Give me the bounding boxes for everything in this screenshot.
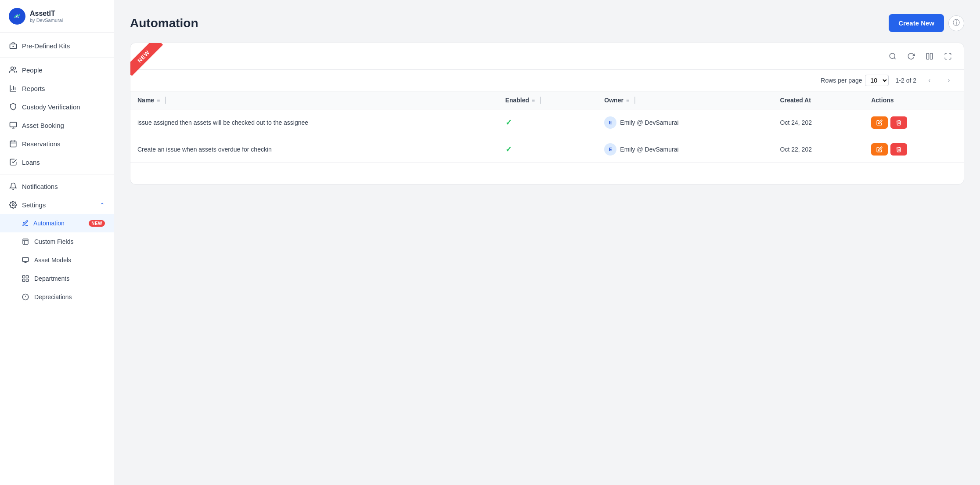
svg-rect-21 [26,279,28,281]
sidebar-item-label: Loans [22,159,40,166]
row-1-created-at: Oct 24, 202 [773,109,865,136]
col-enabled: Enabled ≡ [498,91,598,109]
sort-enabled-icon[interactable]: ≡ [532,97,535,103]
sidebar-item-label: Custody Verification [22,103,80,111]
nav-divider [0,58,114,58]
people-icon [9,65,18,74]
owner-name: Emily @ DevSamurai [620,119,678,126]
pagination-info: 1-2 of 2 [896,77,916,84]
sidebar-item-departments[interactable]: Departments [0,269,114,288]
sidebar-item-custody-verification[interactable]: Custody Verification [0,98,114,116]
sidebar-item-label: Pre-Defined Kits [22,42,70,50]
sort-owner-icon[interactable]: ≡ [626,97,629,103]
delete-row-1-button[interactable] [890,116,907,129]
custody-icon [9,102,18,111]
delete-row-2-button[interactable] [890,143,907,156]
create-new-button[interactable]: Create New [889,14,944,32]
sidebar-item-depreciations[interactable]: Depreciations [0,288,114,306]
depreciations-icon [21,293,30,301]
rows-per-page-select[interactable]: 10 25 50 [865,75,889,86]
app-by: by DevSamurai [30,18,63,23]
sidebar-item-asset-models[interactable]: Asset Models [0,251,114,269]
app-name-group: AssetIT by DevSamurai [30,10,63,23]
columns-toggle-button[interactable] [922,49,937,63]
svg-rect-15 [22,257,28,261]
svg-rect-6 [10,122,17,127]
sidebar-item-label: Reports [22,85,45,92]
departments-icon [21,274,30,283]
custom-fields-icon [21,237,30,246]
sidebar-item-loans[interactable]: Loans [0,153,114,171]
automation-icon [21,219,30,228]
sidebar-item-label: Reservations [22,140,61,148]
departments-label: Departments [34,275,69,282]
svg-point-25 [890,53,895,58]
rows-per-page-label: Rows per page [821,77,862,84]
settings-label: Settings [22,201,46,209]
sidebar-item-people[interactable]: People [0,61,114,79]
row-2-owner: E Emily @ DevSamurai [597,136,773,163]
enabled-check-icon: ✓ [505,145,512,154]
asset-models-icon [21,256,30,264]
content-area: Automation Create New ⓘ NEW [114,0,980,485]
svg-point-5 [11,67,14,69]
row-2-name: Create an issue when assets overdue for … [130,136,498,163]
next-page-button[interactable]: › [943,74,955,87]
sidebar-item-custom-fields[interactable]: Custom Fields [0,232,114,251]
reports-icon [9,84,18,93]
custom-fields-label: Custom Fields [34,238,73,245]
table-body: issue assigned then assets will be check… [130,109,964,184]
new-ribbon: NEW [130,43,163,76]
search-button[interactable] [886,49,900,63]
automation-card: NEW Rows per page [130,43,964,185]
table-header: Name ≡ Enabled ≡ [130,91,964,109]
sidebar-item-automation[interactable]: Automation NEW [0,214,114,232]
info-icon: ⓘ [953,18,960,28]
row-2-created-at: Oct 22, 202 [773,136,865,163]
depreciations-label: Depreciations [34,293,72,300]
row-2-enabled: ✓ [498,136,598,163]
sidebar-item-settings[interactable]: Settings [0,195,114,214]
automation-label: Automation [33,220,65,227]
main-content: Automation Create New ⓘ NEW [114,0,980,485]
settings-chevron-icon [100,201,105,209]
sidebar-item-reports[interactable]: Reports [0,79,114,98]
svg-point-13 [12,204,14,206]
sidebar-item-label: Notifications [22,183,58,190]
sort-name-icon[interactable]: ≡ [157,97,160,103]
sidebar-item-pre-defined-kits[interactable]: Pre-Defined Kits [0,36,114,55]
pagination-area: Rows per page 10 25 50 1-2 of 2 ‹ › [130,70,964,91]
owner-name-2: Emily @ DevSamurai [620,146,678,153]
enabled-check-icon: ✓ [505,118,512,127]
prev-page-button[interactable]: ‹ [923,74,936,87]
svg-rect-18 [22,275,25,278]
booking-icon [9,121,18,130]
svg-rect-20 [22,279,25,281]
sidebar-item-label: People [22,66,43,74]
sidebar-item-reservations[interactable]: Reservations [0,134,114,153]
row-1-actions [864,109,964,136]
refresh-button[interactable] [904,49,918,63]
rows-per-page-group: Rows per page 10 25 50 [821,75,888,86]
app-name: AssetIT [30,10,63,18]
automation-table: Name ≡ Enabled ≡ [130,91,964,184]
expand-button[interactable] [941,49,955,63]
col-divider [165,97,166,104]
row-1-owner: E Emily @ DevSamurai [597,109,773,136]
svg-rect-19 [26,275,28,278]
edit-row-1-button[interactable] [871,116,888,129]
sidebar: A AssetIT by DevSamurai Pre-Defined Kits… [0,0,114,485]
header-actions: Create New ⓘ [889,14,964,32]
kit-icon [9,41,18,50]
notifications-icon [9,182,18,191]
owner-avatar-2: E [604,143,616,156]
table-toolbar [130,43,964,70]
table-row: issue assigned then assets will be check… [130,109,964,136]
sidebar-item-asset-booking[interactable]: Asset Booking [0,116,114,134]
row-2-actions [864,136,964,163]
edit-row-2-button[interactable] [871,143,888,156]
page-title: Automation [130,16,198,30]
info-button[interactable]: ⓘ [948,15,964,31]
settings-icon [9,200,18,209]
sidebar-item-notifications[interactable]: Notifications [0,177,114,195]
